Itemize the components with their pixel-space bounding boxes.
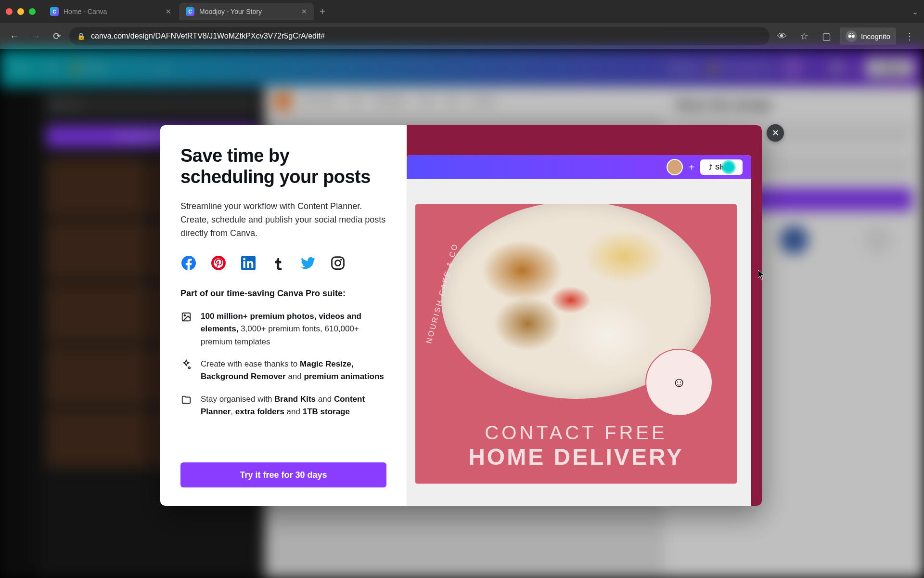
browser-tab-1[interactable]: C Moodjoy - Your Story ✕ — [179, 3, 314, 20]
address-bar[interactable]: 🔒 canva.com/design/DAFNVetRTV8/J1WoMZtkP… — [69, 27, 770, 45]
share-icon: ⤴ — [709, 163, 712, 171]
window-minimize[interactable] — [17, 8, 24, 15]
pinterest-icon — [210, 255, 227, 271]
image-icon — [180, 311, 192, 323]
incognito-badge[interactable]: 🕶 Incognito — [840, 27, 896, 45]
reload-button[interactable]: ⟳ — [48, 27, 65, 45]
menu-icon[interactable]: ⋮ — [901, 27, 918, 45]
tracking-icon[interactable]: 👁 — [773, 27, 791, 45]
tab-favicon: C — [186, 7, 194, 16]
svg-point-4 — [340, 259, 342, 261]
svg-point-6 — [184, 315, 185, 316]
close-button[interactable]: ✕ — [767, 124, 784, 142]
feature-item: Stay organised with Brand Kits and Conte… — [180, 393, 386, 419]
feature-item: Create with ease thanks to Magic Resize,… — [180, 358, 386, 383]
incognito-label: Incognito — [861, 32, 890, 40]
modal-right-preview: + ⤴ Share ☺ NOURISH CAFE & CO CONTACT FR… — [407, 125, 762, 506]
feature-list: 100 million+ premium photos, videos and … — [180, 310, 386, 418]
tab-favicon: C — [50, 7, 59, 16]
bookmark-icon[interactable]: ☆ — [796, 27, 813, 45]
twitter-icon — [300, 255, 316, 271]
tab-title: Home - Canva — [64, 8, 107, 15]
tabs-overflow-icon[interactable]: ⌄ — [912, 7, 918, 16]
browser-tab-0[interactable]: C Home - Canva ✕ — [43, 3, 178, 20]
back-button[interactable]: ← — [6, 27, 23, 45]
new-tab-button[interactable]: + — [315, 4, 330, 19]
close-icon: ✕ — [772, 128, 779, 138]
tab-title: Moodjoy - Your Story — [199, 8, 262, 15]
tumblr-icon — [270, 255, 286, 271]
preview-topbar: + ⤴ Share — [407, 155, 751, 179]
svg-rect-2 — [332, 257, 344, 269]
folder-icon — [180, 394, 192, 406]
suite-label: Part of our time-saving Canva Pro suite: — [180, 289, 386, 299]
facebook-icon — [180, 255, 197, 271]
linkedin-icon — [240, 255, 257, 271]
tab-close-icon[interactable]: ✕ — [166, 8, 171, 15]
highlight-pulse — [721, 160, 736, 174]
window-close[interactable] — [6, 8, 13, 15]
preview-share-button: ⤴ Share — [700, 159, 743, 175]
window-maximize[interactable] — [29, 8, 36, 15]
modal-left-panel: Save time by scheduling your posts Strea… — [160, 125, 407, 506]
poster-headline: CONTACT FREE HOME DELIVERY — [415, 422, 737, 470]
modal-description: Streamline your workflow with Content Pl… — [180, 200, 386, 240]
forward-button[interactable]: → — [27, 27, 44, 45]
feature-item: 100 million+ premium photos, videos and … — [180, 310, 386, 348]
window-titlebar: C Home - Canva ✕ C Moodjoy - Your Story … — [0, 0, 924, 23]
url-text: canva.com/design/DAFNVetRTV8/J1WoMZtkPXc… — [91, 32, 325, 40]
modal-title: Save time by scheduling your posts — [180, 145, 386, 187]
lock-icon: 🔒 — [77, 32, 85, 40]
instagram-icon — [330, 255, 346, 271]
svg-point-7 — [189, 367, 191, 369]
traffic-lights — [6, 8, 36, 15]
social-icons-row — [180, 255, 386, 271]
preview-poster: ☺ NOURISH CAFE & CO CONTACT FREE HOME DE… — [415, 204, 737, 484]
browser-nav-bar: ← → ⟳ 🔒 canva.com/design/DAFNVetRTV8/J1W… — [0, 23, 924, 49]
side-panel-icon[interactable]: ▢ — [818, 27, 835, 45]
preview-window: + ⤴ Share ☺ NOURISH CAFE & CO CONTACT FR… — [407, 155, 751, 506]
svg-point-3 — [335, 260, 340, 265]
poster-badge: ☺ — [645, 349, 713, 416]
svg-point-0 — [211, 256, 226, 270]
try-free-button[interactable]: Try it free for 30 days — [180, 462, 386, 487]
avatar — [667, 159, 683, 175]
tab-close-icon[interactable]: ✕ — [301, 8, 307, 15]
upsell-modal: Save time by scheduling your posts Strea… — [160, 125, 762, 506]
add-collaborator-icon: + — [689, 162, 694, 173]
magic-icon — [180, 359, 192, 370]
incognito-icon: 🕶 — [846, 30, 857, 42]
